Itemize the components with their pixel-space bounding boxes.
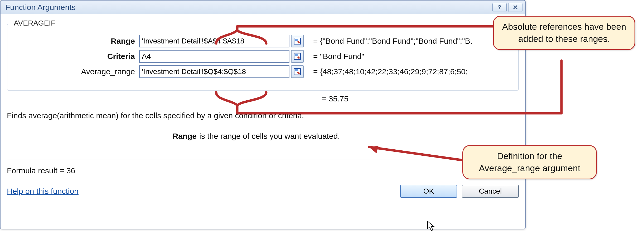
mouse-cursor-icon bbox=[427, 221, 435, 231]
callout-absolute-references: Absolute references have been added to t… bbox=[493, 16, 635, 50]
svg-line-6 bbox=[369, 147, 462, 160]
callout-averagerange-definition: Definition for the Average_range argumen… bbox=[462, 145, 597, 179]
svg-marker-7 bbox=[369, 146, 379, 153]
